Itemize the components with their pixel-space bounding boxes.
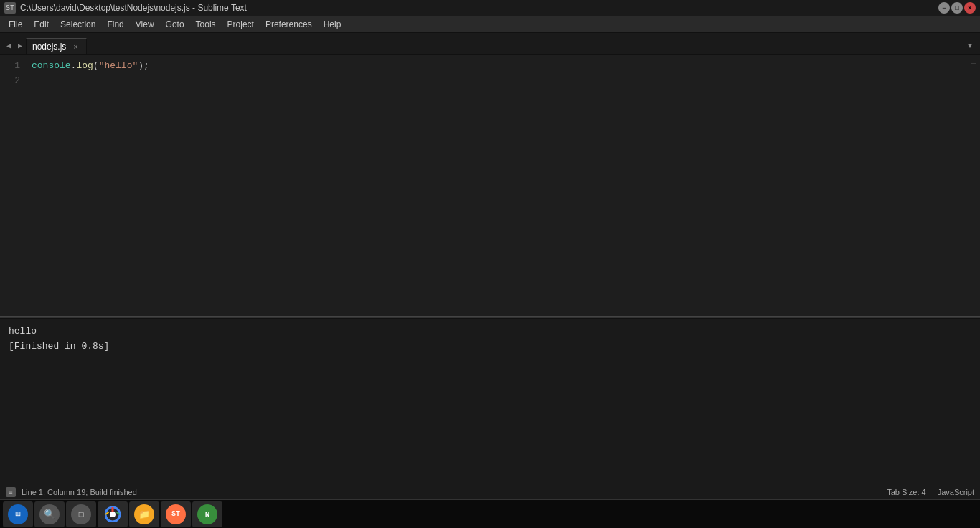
- minimize-button[interactable]: −: [938, 2, 950, 14]
- line-number-2: 2: [0, 74, 20, 89]
- code-console: console: [32, 60, 71, 71]
- code-container[interactable]: 1 2 console.log("hello");: [0, 55, 980, 316]
- code-paren-close: ): [138, 60, 143, 71]
- line-number-1: 1: [0, 59, 20, 74]
- menu-bar: File Edit Selection Find View Goto Tools…: [0, 16, 980, 33]
- tab-dropdown-button[interactable]: ▼: [963, 38, 977, 54]
- taskbar-taskview[interactable]: ❑: [66, 501, 96, 527]
- tab-label: nodejs.js: [32, 42, 66, 52]
- app-icon: ST: [4, 2, 16, 14]
- close-button[interactable]: ✕: [964, 2, 976, 14]
- code-log: log: [76, 60, 93, 71]
- menu-edit[interactable]: Edit: [28, 18, 55, 31]
- taskbar-sublime[interactable]: ST: [161, 501, 191, 527]
- taskbar-start[interactable]: ⊞: [3, 501, 33, 527]
- taskbar: ⊞ 🔍 ❑ 📁 ST N: [0, 499, 980, 528]
- tab-nodejs-js[interactable]: nodejs.js ×: [26, 38, 87, 54]
- taskbar-explorer[interactable]: 📁: [129, 501, 159, 527]
- menu-tools[interactable]: Tools: [190, 18, 222, 31]
- taskbar-chrome[interactable]: [98, 501, 128, 527]
- scrollbar-hint: —: [971, 59, 977, 67]
- title-bar-controls: − □ ✕: [938, 2, 976, 14]
- code-string: "hello": [99, 60, 138, 71]
- menu-goto[interactable]: Goto: [160, 18, 190, 31]
- status-text: Line 1, Column 19; Build finished: [22, 488, 137, 496]
- title-bar-text: C:\Users\david\Desktop\testNodejs\nodejs…: [20, 3, 247, 13]
- status-bar: ≡ Line 1, Column 19; Build finished Tab …: [0, 484, 980, 499]
- editor-area: 1 2 console.log("hello"); —: [0, 55, 980, 316]
- status-bar-icon: ≡: [6, 487, 16, 497]
- menu-project[interactable]: Project: [222, 18, 260, 31]
- menu-preferences[interactable]: Preferences: [260, 18, 318, 31]
- code-paren-open: (: [93, 60, 99, 71]
- code-semi: ;: [143, 60, 149, 71]
- svg-point-1: [110, 512, 116, 517]
- code-editor[interactable]: console.log("hello");: [26, 55, 980, 316]
- console-area: hello [Finished in 0.8s]: [0, 319, 980, 484]
- title-bar-left: ST C:\Users\david\Desktop\testNodejs\nod…: [4, 2, 247, 14]
- menu-find[interactable]: Find: [101, 18, 129, 31]
- tab-nav-left-button[interactable]: ◀: [3, 38, 14, 54]
- console-output: hello [Finished in 0.8s]: [0, 319, 980, 484]
- status-bar-right: Tab Size: 4 JavaScript: [887, 488, 974, 496]
- menu-view[interactable]: View: [130, 18, 160, 31]
- menu-selection[interactable]: Selection: [55, 18, 101, 31]
- language-indicator[interactable]: JavaScript: [938, 488, 974, 496]
- taskbar-search[interactable]: 🔍: [34, 501, 65, 527]
- title-bar: ST C:\Users\david\Desktop\testNodejs\nod…: [0, 0, 980, 16]
- menu-file[interactable]: File: [3, 18, 28, 31]
- taskbar-node[interactable]: N: [192, 501, 222, 527]
- tab-bar: ◀ ▶ nodejs.js × ▼: [0, 33, 980, 55]
- line-numbers: 1 2: [0, 55, 26, 316]
- tab-size-indicator[interactable]: Tab Size: 4: [887, 488, 925, 496]
- tab-nav-right-button[interactable]: ▶: [14, 38, 26, 54]
- tab-close-button[interactable]: ×: [70, 42, 80, 52]
- menu-help[interactable]: Help: [318, 18, 347, 31]
- maximize-button[interactable]: □: [951, 2, 963, 14]
